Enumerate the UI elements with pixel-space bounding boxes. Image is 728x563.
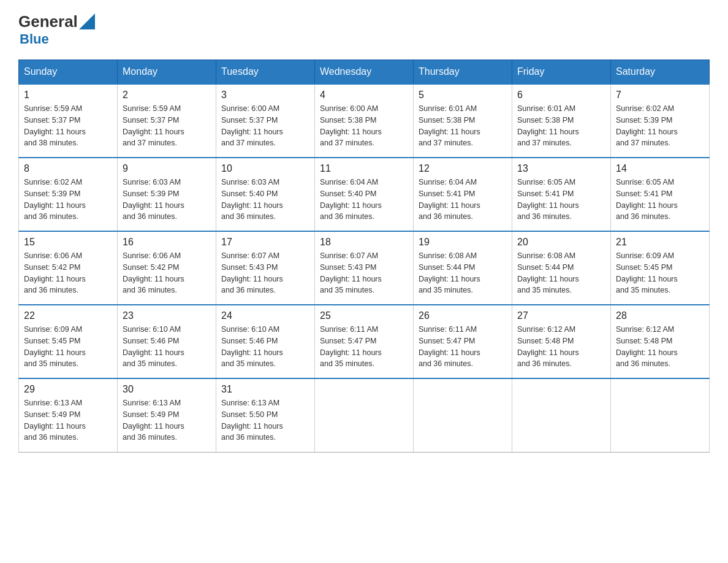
day-number: 3 (221, 90, 309, 101)
calendar-cell: 20 Sunrise: 6:08 AM Sunset: 5:44 PM Dayl… (512, 231, 611, 305)
calendar-cell: 17 Sunrise: 6:07 AM Sunset: 5:43 PM Dayl… (216, 231, 315, 305)
day-info: Sunrise: 6:07 AM Sunset: 5:43 PM Dayligh… (320, 250, 408, 296)
week-row-2: 8 Sunrise: 6:02 AM Sunset: 5:39 PM Dayli… (19, 158, 710, 231)
day-info: Sunrise: 6:12 AM Sunset: 5:48 PM Dayligh… (517, 324, 605, 370)
day-info: Sunrise: 6:01 AM Sunset: 5:38 PM Dayligh… (517, 103, 605, 149)
logo: General Blue (18, 12, 95, 47)
day-info: Sunrise: 6:03 AM Sunset: 5:40 PM Dayligh… (221, 177, 309, 223)
day-number: 7 (616, 90, 704, 101)
day-number: 19 (419, 237, 507, 248)
day-info: Sunrise: 6:00 AM Sunset: 5:37 PM Dayligh… (221, 103, 309, 149)
day-number: 13 (517, 163, 605, 174)
calendar-cell: 4 Sunrise: 6:00 AM Sunset: 5:38 PM Dayli… (315, 84, 414, 158)
day-info: Sunrise: 6:10 AM Sunset: 5:46 PM Dayligh… (123, 324, 211, 370)
col-header-thursday: Thursday (414, 60, 512, 85)
day-number: 16 (123, 237, 211, 248)
day-number: 11 (320, 163, 408, 174)
calendar-cell (315, 378, 414, 452)
day-number: 28 (616, 310, 704, 321)
day-number: 4 (320, 90, 408, 101)
calendar-cell: 10 Sunrise: 6:03 AM Sunset: 5:40 PM Dayl… (216, 158, 315, 231)
col-header-sunday: Sunday (19, 60, 118, 85)
calendar-cell: 18 Sunrise: 6:07 AM Sunset: 5:43 PM Dayl… (315, 231, 414, 305)
calendar-cell: 25 Sunrise: 6:11 AM Sunset: 5:47 PM Dayl… (315, 305, 414, 378)
day-number: 8 (24, 163, 112, 174)
calendar-cell: 24 Sunrise: 6:10 AM Sunset: 5:46 PM Dayl… (216, 305, 315, 378)
day-info: Sunrise: 6:13 AM Sunset: 5:50 PM Dayligh… (221, 397, 309, 443)
col-header-wednesday: Wednesday (315, 60, 414, 85)
day-info: Sunrise: 5:59 AM Sunset: 5:37 PM Dayligh… (24, 103, 112, 149)
day-number: 22 (24, 310, 112, 321)
day-number: 10 (221, 163, 309, 174)
calendar-cell: 30 Sunrise: 6:13 AM Sunset: 5:49 PM Dayl… (118, 378, 216, 452)
day-number: 20 (517, 237, 605, 248)
day-number: 24 (221, 310, 309, 321)
svg-marker-0 (79, 13, 95, 29)
day-number: 18 (320, 237, 408, 248)
calendar-cell: 7 Sunrise: 6:02 AM Sunset: 5:39 PM Dayli… (611, 84, 710, 158)
day-info: Sunrise: 6:00 AM Sunset: 5:38 PM Dayligh… (320, 103, 408, 149)
logo-general: General (18, 12, 78, 31)
week-row-4: 22 Sunrise: 6:09 AM Sunset: 5:45 PM Dayl… (19, 305, 710, 378)
calendar-cell: 31 Sunrise: 6:13 AM Sunset: 5:50 PM Dayl… (216, 378, 315, 452)
day-number: 31 (221, 384, 309, 395)
day-number: 5 (419, 90, 507, 101)
day-number: 2 (123, 90, 211, 101)
calendar-cell: 21 Sunrise: 6:09 AM Sunset: 5:45 PM Dayl… (611, 231, 710, 305)
calendar-cell (414, 378, 512, 452)
calendar-cell: 28 Sunrise: 6:12 AM Sunset: 5:48 PM Dayl… (611, 305, 710, 378)
calendar-cell: 9 Sunrise: 6:03 AM Sunset: 5:39 PM Dayli… (118, 158, 216, 231)
page-header: General Blue (18, 12, 710, 47)
day-number: 6 (517, 90, 605, 101)
day-info: Sunrise: 6:02 AM Sunset: 5:39 PM Dayligh… (616, 103, 704, 149)
calendar-cell: 14 Sunrise: 6:05 AM Sunset: 5:41 PM Dayl… (611, 158, 710, 231)
calendar-cell: 5 Sunrise: 6:01 AM Sunset: 5:38 PM Dayli… (414, 84, 512, 158)
day-info: Sunrise: 6:04 AM Sunset: 5:41 PM Dayligh… (419, 177, 507, 223)
calendar-cell (512, 378, 611, 452)
calendar-cell: 22 Sunrise: 6:09 AM Sunset: 5:45 PM Dayl… (19, 305, 118, 378)
calendar-cell: 11 Sunrise: 6:04 AM Sunset: 5:40 PM Dayl… (315, 158, 414, 231)
day-info: Sunrise: 6:12 AM Sunset: 5:48 PM Dayligh… (616, 324, 704, 370)
day-info: Sunrise: 6:06 AM Sunset: 5:42 PM Dayligh… (123, 250, 211, 296)
day-number: 1 (24, 90, 112, 101)
day-number: 12 (419, 163, 507, 174)
calendar-cell: 3 Sunrise: 6:00 AM Sunset: 5:37 PM Dayli… (216, 84, 315, 158)
calendar-cell (611, 378, 710, 452)
calendar-table: SundayMondayTuesdayWednesdayThursdayFrid… (18, 59, 710, 453)
col-header-saturday: Saturday (611, 60, 710, 85)
logo-icon (79, 13, 95, 29)
calendar-cell: 12 Sunrise: 6:04 AM Sunset: 5:41 PM Dayl… (414, 158, 512, 231)
day-info: Sunrise: 6:11 AM Sunset: 5:47 PM Dayligh… (419, 324, 507, 370)
day-info: Sunrise: 6:09 AM Sunset: 5:45 PM Dayligh… (616, 250, 704, 296)
day-info: Sunrise: 6:05 AM Sunset: 5:41 PM Dayligh… (517, 177, 605, 223)
week-row-5: 29 Sunrise: 6:13 AM Sunset: 5:49 PM Dayl… (19, 378, 710, 452)
col-header-friday: Friday (512, 60, 611, 85)
day-number: 26 (419, 310, 507, 321)
day-info: Sunrise: 6:03 AM Sunset: 5:39 PM Dayligh… (123, 177, 211, 223)
day-number: 30 (123, 384, 211, 395)
day-info: Sunrise: 6:07 AM Sunset: 5:43 PM Dayligh… (221, 250, 309, 296)
calendar-cell: 19 Sunrise: 6:08 AM Sunset: 5:44 PM Dayl… (414, 231, 512, 305)
calendar-cell: 26 Sunrise: 6:11 AM Sunset: 5:47 PM Dayl… (414, 305, 512, 378)
day-number: 15 (24, 237, 112, 248)
calendar-cell: 13 Sunrise: 6:05 AM Sunset: 5:41 PM Dayl… (512, 158, 611, 231)
day-info: Sunrise: 6:13 AM Sunset: 5:49 PM Dayligh… (24, 397, 112, 443)
day-info: Sunrise: 6:05 AM Sunset: 5:41 PM Dayligh… (616, 177, 704, 223)
day-info: Sunrise: 6:13 AM Sunset: 5:49 PM Dayligh… (123, 397, 211, 443)
col-header-monday: Monday (118, 60, 216, 85)
day-info: Sunrise: 6:11 AM Sunset: 5:47 PM Dayligh… (320, 324, 408, 370)
day-number: 25 (320, 310, 408, 321)
day-number: 17 (221, 237, 309, 248)
logo-blue: Blue (20, 31, 49, 47)
day-info: Sunrise: 6:09 AM Sunset: 5:45 PM Dayligh… (24, 324, 112, 370)
calendar-cell: 1 Sunrise: 5:59 AM Sunset: 5:37 PM Dayli… (19, 84, 118, 158)
day-info: Sunrise: 6:06 AM Sunset: 5:42 PM Dayligh… (24, 250, 112, 296)
calendar-cell: 23 Sunrise: 6:10 AM Sunset: 5:46 PM Dayl… (118, 305, 216, 378)
day-info: Sunrise: 6:02 AM Sunset: 5:39 PM Dayligh… (24, 177, 112, 223)
day-info: Sunrise: 6:10 AM Sunset: 5:46 PM Dayligh… (221, 324, 309, 370)
calendar-cell: 15 Sunrise: 6:06 AM Sunset: 5:42 PM Dayl… (19, 231, 118, 305)
col-header-tuesday: Tuesday (216, 60, 315, 85)
day-info: Sunrise: 6:08 AM Sunset: 5:44 PM Dayligh… (517, 250, 605, 296)
calendar-header-row: SundayMondayTuesdayWednesdayThursdayFrid… (19, 60, 710, 85)
day-number: 9 (123, 163, 211, 174)
